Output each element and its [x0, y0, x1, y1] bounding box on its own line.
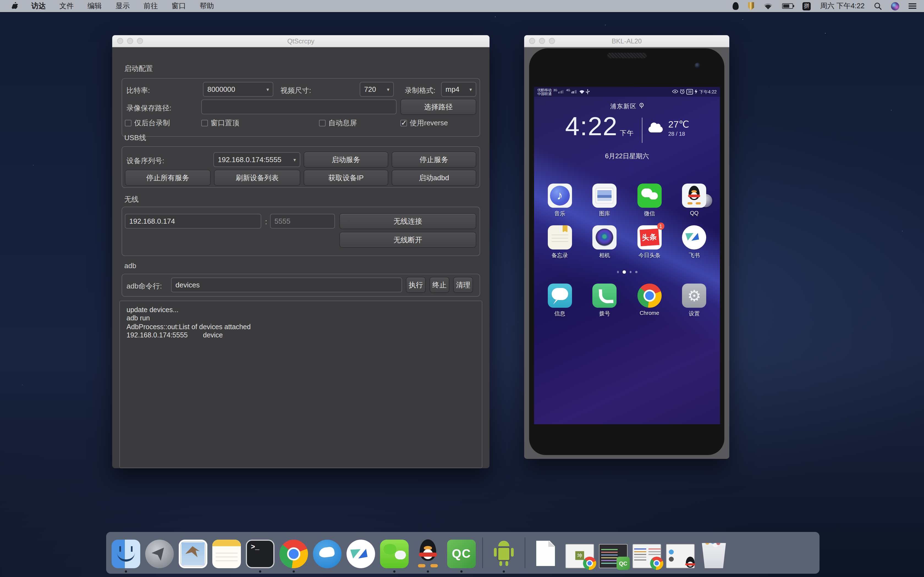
apple-menu-icon[interactable] — [11, 2, 19, 10]
running-indicator — [503, 571, 505, 572]
checkbox-use-reverse[interactable]: 使用reverse — [401, 118, 448, 128]
input-method-icon[interactable]: 拼 — [803, 2, 811, 10]
app-qq[interactable]: QQ — [675, 184, 714, 218]
checkbox-background-record[interactable]: 仅后台录制 — [125, 118, 170, 128]
app-toutiao[interactable]: 1 今日头条 — [630, 225, 669, 259]
battery-status-icon[interactable] — [782, 3, 793, 9]
app-wechat[interactable]: 微信 — [630, 184, 669, 218]
app-feishu[interactable]: 飞书 — [675, 225, 714, 259]
stop-all-services-button[interactable]: 停止所有服务 — [125, 170, 211, 186]
qtscrcpy-titlebar[interactable]: QtScrcpy — [112, 35, 489, 47]
dock-documents-stack[interactable] — [532, 540, 561, 568]
app-music[interactable]: 音乐 — [540, 184, 580, 218]
dock-trash[interactable] — [699, 540, 728, 568]
settings-gear-icon — [682, 284, 706, 308]
dock-terminal[interactable] — [246, 540, 275, 568]
phone-screen[interactable]: 优酷移动中国联通 3G 4G — [534, 87, 720, 424]
speaker-grille — [607, 53, 646, 58]
dock-minimized-chrome-window[interactable]: 坤 — [565, 540, 594, 568]
dock-wechat[interactable] — [380, 540, 409, 568]
clear-button[interactable]: 清理 — [453, 277, 473, 293]
notes-icon — [212, 540, 241, 568]
execute-button[interactable]: 执行 — [406, 277, 426, 293]
bitrate-combobox[interactable]: 8000000▾ — [203, 82, 273, 97]
record-format-combobox[interactable]: mp4▾ — [441, 82, 476, 97]
app-camera[interactable]: 相机 — [585, 225, 625, 259]
running-indicator — [292, 571, 295, 572]
feishu-icon — [682, 225, 706, 250]
menu-item-file[interactable]: 文件 — [60, 1, 74, 11]
terminate-button[interactable]: 终止 — [430, 277, 449, 293]
location-row[interactable]: 浦东新区 — [534, 102, 720, 110]
choose-path-button[interactable]: 选择路径 — [401, 99, 476, 115]
qq-icon — [682, 184, 706, 208]
dock-minimized-qq-window[interactable] — [666, 540, 695, 568]
dock-seal-app[interactable] — [313, 540, 342, 568]
adb-command-label: adb命令行: — [126, 281, 162, 291]
wireless-port-input[interactable]: 5555 — [270, 214, 335, 229]
start-service-button[interactable]: 启动服务 — [304, 152, 388, 168]
dock-qtcreator[interactable] — [447, 540, 476, 568]
wireless-disconnect-button[interactable]: 无线断开 — [339, 232, 476, 248]
adb-command-input[interactable]: devices — [171, 277, 402, 292]
dock-finder[interactable] — [111, 540, 140, 568]
menu-clock[interactable]: 周六 下午4:22 — [820, 2, 864, 10]
high-low-label: 28 / 18 — [668, 131, 685, 137]
mail-icon — [179, 540, 207, 568]
menu-item-edit[interactable]: 编辑 — [87, 1, 102, 11]
shield-status-icon[interactable] — [748, 2, 754, 10]
checkbox-checked-icon[interactable] — [401, 120, 407, 126]
chrome-badge-icon — [650, 557, 663, 570]
get-device-ip-button[interactable]: 获取设备IP — [304, 170, 388, 186]
app-chrome[interactable]: Chrome — [630, 284, 669, 318]
app-notes[interactable]: 备忘录 — [540, 225, 580, 259]
chevron-down-icon: ▾ — [267, 87, 269, 92]
wireless-ip-input[interactable]: 192.168.0.174 — [125, 214, 261, 229]
wireless-connect-button[interactable]: 无线连接 — [339, 213, 476, 229]
dock-mail[interactable] — [179, 540, 207, 568]
carrier-2: 中国联通 — [537, 92, 552, 96]
menu-item-view[interactable]: 显示 — [115, 1, 130, 11]
checkbox-icon[interactable] — [201, 120, 208, 126]
checkbox-screen-off[interactable]: 自动息屏 — [319, 118, 357, 128]
dock-minimized-webpage-window[interactable] — [633, 540, 661, 568]
wifi-status-icon[interactable] — [763, 2, 773, 10]
refresh-device-list-button[interactable]: 刷新设备列表 — [214, 170, 300, 186]
serial-combobox[interactable]: 192.168.0.174:5555▾ — [213, 152, 300, 167]
spotlight-search-icon[interactable] — [874, 2, 882, 10]
app-settings[interactable]: 设置 — [675, 284, 714, 318]
dock-qq[interactable] — [414, 540, 442, 568]
dock-feishu[interactable] — [347, 540, 375, 568]
menu-item-help[interactable]: 帮助 — [200, 1, 214, 11]
charging-bolt-icon — [695, 89, 698, 95]
checkbox-icon[interactable] — [319, 120, 326, 126]
menu-item-window[interactable]: 窗口 — [171, 1, 186, 11]
video-size-combobox[interactable]: 720▾ — [360, 82, 394, 97]
menu-item-go[interactable]: 前往 — [144, 1, 158, 11]
qtcreator-icon — [447, 540, 476, 568]
dock-notes[interactable] — [212, 540, 241, 568]
dock-chrome[interactable] — [279, 540, 308, 568]
log-output[interactable]: update devices... adb run AdbProcess::ou… — [120, 301, 482, 468]
qq-status-icon[interactable] — [733, 2, 739, 10]
menu-item-finder[interactable]: 访达 — [31, 1, 46, 11]
trash-full-icon — [699, 540, 728, 568]
stop-service-button[interactable]: 停止服务 — [392, 152, 476, 168]
ampm-label: 下午 — [620, 129, 634, 137]
start-adbd-button[interactable]: 启动adbd — [392, 170, 476, 186]
record-path-input[interactable] — [201, 100, 397, 114]
dock-minimized-code-window[interactable] — [599, 540, 628, 568]
dock-android-scrcpy[interactable] — [489, 540, 518, 568]
notification-center-icon[interactable] — [909, 2, 916, 10]
checkbox-icon[interactable] — [125, 120, 131, 126]
app-dialer[interactable]: 拨号 — [585, 284, 625, 318]
siri-icon[interactable] — [891, 2, 899, 10]
clock-widget[interactable]: 4:22下午 — [546, 111, 634, 141]
seal-icon — [313, 540, 342, 568]
checkbox-always-on-top[interactable]: 窗口置顶 — [201, 118, 239, 128]
front-camera — [695, 63, 700, 68]
dock-launchpad[interactable] — [145, 540, 174, 568]
app-gallery[interactable]: 图库 — [585, 184, 625, 218]
app-messages[interactable]: 信息 — [540, 284, 580, 318]
phone-titlebar[interactable]: BKL-AL20 — [524, 35, 729, 47]
